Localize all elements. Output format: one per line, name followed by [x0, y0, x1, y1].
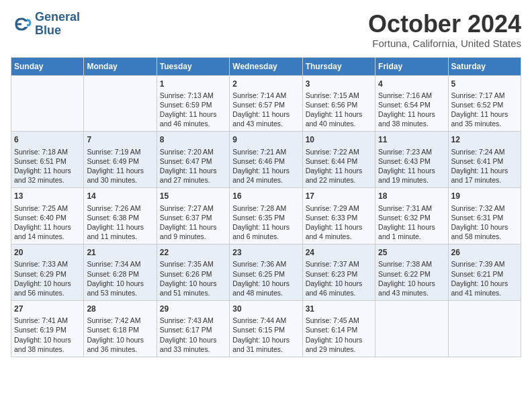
- sunrise-text: Sunrise: 7:22 AM: [306, 147, 372, 156]
- daylight-text: Daylight: 11 hours and 22 minutes.: [306, 166, 372, 185]
- calendar-cell: [84, 75, 157, 132]
- calendar-header-row: SundayMondayTuesdayWednesdayThursdayFrid…: [11, 57, 521, 75]
- logo-text: General Blue: [35, 11, 80, 38]
- page-header: General Blue October 2024 Fortuna, Calif…: [11, 11, 521, 49]
- calendar-cell: 3Sunrise: 7:15 AMSunset: 6:56 PMDaylight…: [302, 75, 375, 132]
- daylight-text: Daylight: 11 hours and 43 minutes.: [232, 109, 299, 128]
- sunrise-text: Sunrise: 7:15 AM: [306, 91, 372, 100]
- day-number: 13: [14, 191, 81, 201]
- sunset-text: Sunset: 6:19 PM: [14, 325, 81, 334]
- daylight-text: Daylight: 11 hours and 4 minutes.: [306, 222, 372, 241]
- location: Fortuna, California, United States: [368, 38, 521, 49]
- calendar-cell: 16Sunrise: 7:28 AMSunset: 6:35 PMDayligh…: [230, 188, 302, 244]
- sunrise-text: Sunrise: 7:33 AM: [14, 259, 81, 269]
- sunset-text: Sunset: 6:18 PM: [87, 325, 153, 334]
- logo-icon: [11, 13, 32, 35]
- logo: General Blue: [11, 11, 80, 38]
- daylight-text: Daylight: 11 hours and 1 minute.: [378, 222, 445, 241]
- daylight-text: Daylight: 11 hours and 6 minutes.: [232, 222, 299, 241]
- sunset-text: Sunset: 6:26 PM: [160, 269, 226, 279]
- calendar-cell: 30Sunrise: 7:44 AMSunset: 6:15 PMDayligh…: [230, 301, 302, 357]
- daylight-text: Daylight: 10 hours and 51 minutes.: [160, 279, 226, 298]
- daylight-text: Daylight: 10 hours and 56 minutes.: [14, 279, 81, 298]
- day-number: 9: [232, 134, 299, 145]
- day-number: 5: [451, 79, 518, 89]
- daylight-text: Daylight: 11 hours and 14 minutes.: [14, 222, 81, 241]
- day-number: 30: [232, 304, 299, 314]
- day-number: 7: [87, 134, 153, 145]
- calendar-cell: 24Sunrise: 7:37 AMSunset: 6:23 PMDayligh…: [302, 244, 375, 301]
- calendar-cell: 21Sunrise: 7:34 AMSunset: 6:28 PMDayligh…: [84, 244, 157, 301]
- daylight-text: Daylight: 10 hours and 48 minutes.: [232, 279, 299, 298]
- sunrise-text: Sunrise: 7:28 AM: [232, 203, 299, 213]
- calendar-cell: 23Sunrise: 7:36 AMSunset: 6:25 PMDayligh…: [230, 244, 302, 301]
- day-number: 15: [160, 191, 226, 201]
- sunset-text: Sunset: 6:32 PM: [378, 213, 445, 222]
- calendar-cell: 28Sunrise: 7:42 AMSunset: 6:18 PMDayligh…: [84, 301, 157, 357]
- sunset-text: Sunset: 6:54 PM: [378, 100, 445, 109]
- sunrise-text: Sunrise: 7:32 AM: [451, 203, 518, 213]
- calendar-cell: 1Sunrise: 7:13 AMSunset: 6:59 PMDaylight…: [157, 75, 229, 132]
- daylight-text: Daylight: 11 hours and 46 minutes.: [160, 109, 226, 128]
- day-number: 19: [451, 191, 518, 201]
- sunset-text: Sunset: 6:56 PM: [306, 100, 372, 109]
- sunrise-text: Sunrise: 7:23 AM: [378, 147, 445, 156]
- daylight-text: Daylight: 11 hours and 17 minutes.: [451, 166, 518, 185]
- sunset-text: Sunset: 6:14 PM: [306, 325, 372, 334]
- day-number: 29: [160, 304, 226, 314]
- title-block: October 2024 Fortuna, California, United…: [368, 11, 521, 49]
- sunrise-text: Sunrise: 7:25 AM: [14, 203, 81, 213]
- calendar-cell: 11Sunrise: 7:23 AMSunset: 6:43 PMDayligh…: [375, 132, 448, 188]
- daylight-text: Daylight: 10 hours and 33 minutes.: [160, 335, 226, 354]
- sunset-text: Sunset: 6:17 PM: [160, 325, 226, 334]
- sunrise-text: Sunrise: 7:24 AM: [451, 147, 518, 156]
- calendar-cell: 31Sunrise: 7:45 AMSunset: 6:14 PMDayligh…: [302, 301, 375, 357]
- sunrise-text: Sunrise: 7:43 AM: [160, 316, 226, 325]
- calendar-cell: 15Sunrise: 7:27 AMSunset: 6:37 PMDayligh…: [157, 188, 229, 244]
- sunset-text: Sunset: 6:57 PM: [232, 100, 299, 109]
- calendar-cell: 9Sunrise: 7:21 AMSunset: 6:46 PMDaylight…: [230, 132, 302, 188]
- day-number: 8: [160, 134, 226, 145]
- sunset-text: Sunset: 6:29 PM: [14, 269, 81, 279]
- week-row-3: 13Sunrise: 7:25 AMSunset: 6:40 PMDayligh…: [11, 188, 521, 244]
- sunset-text: Sunset: 6:28 PM: [87, 269, 153, 279]
- daylight-text: Daylight: 11 hours and 27 minutes.: [160, 166, 226, 185]
- sunrise-text: Sunrise: 7:44 AM: [232, 316, 299, 325]
- calendar-cell: 5Sunrise: 7:17 AMSunset: 6:52 PMDaylight…: [448, 75, 521, 132]
- calendar-cell: 17Sunrise: 7:29 AMSunset: 6:33 PMDayligh…: [302, 188, 375, 244]
- calendar-cell: 2Sunrise: 7:14 AMSunset: 6:57 PMDaylight…: [230, 75, 302, 132]
- sunrise-text: Sunrise: 7:45 AM: [306, 316, 372, 325]
- sunset-text: Sunset: 6:51 PM: [14, 156, 81, 166]
- day-number: 2: [232, 79, 299, 89]
- sunrise-text: Sunrise: 7:39 AM: [451, 259, 518, 269]
- day-number: 6: [14, 134, 81, 145]
- calendar-cell: 13Sunrise: 7:25 AMSunset: 6:40 PMDayligh…: [11, 188, 84, 244]
- sunrise-text: Sunrise: 7:31 AM: [378, 203, 445, 213]
- calendar-cell: 18Sunrise: 7:31 AMSunset: 6:32 PMDayligh…: [375, 188, 448, 244]
- day-number: 21: [87, 247, 153, 258]
- day-number: 18: [378, 191, 445, 201]
- daylight-text: Daylight: 11 hours and 35 minutes.: [451, 109, 518, 128]
- sunset-text: Sunset: 6:46 PM: [232, 156, 299, 166]
- day-number: 31: [306, 304, 372, 314]
- day-number: 26: [451, 247, 518, 258]
- daylight-text: Daylight: 10 hours and 43 minutes.: [378, 279, 445, 298]
- daylight-text: Daylight: 11 hours and 38 minutes.: [378, 109, 445, 128]
- sunset-text: Sunset: 6:38 PM: [87, 213, 153, 222]
- calendar-cell: 14Sunrise: 7:26 AMSunset: 6:38 PMDayligh…: [84, 188, 157, 244]
- week-row-5: 27Sunrise: 7:41 AMSunset: 6:19 PMDayligh…: [11, 301, 521, 357]
- sunset-text: Sunset: 6:35 PM: [232, 213, 299, 222]
- sunrise-text: Sunrise: 7:38 AM: [378, 259, 445, 269]
- header-wednesday: Wednesday: [230, 57, 302, 75]
- day-number: 16: [232, 191, 299, 201]
- sunset-text: Sunset: 6:23 PM: [306, 269, 372, 279]
- daylight-text: Daylight: 11 hours and 9 minutes.: [160, 222, 226, 241]
- week-row-1: 1Sunrise: 7:13 AMSunset: 6:59 PMDaylight…: [11, 75, 521, 132]
- day-number: 1: [160, 79, 226, 89]
- calendar-cell: 7Sunrise: 7:19 AMSunset: 6:49 PMDaylight…: [84, 132, 157, 188]
- daylight-text: Daylight: 11 hours and 11 minutes.: [87, 222, 153, 241]
- sunrise-text: Sunrise: 7:17 AM: [451, 91, 518, 100]
- calendar-cell: 12Sunrise: 7:24 AMSunset: 6:41 PMDayligh…: [448, 132, 521, 188]
- daylight-text: Daylight: 10 hours and 46 minutes.: [306, 279, 372, 298]
- sunset-text: Sunset: 6:43 PM: [378, 156, 445, 166]
